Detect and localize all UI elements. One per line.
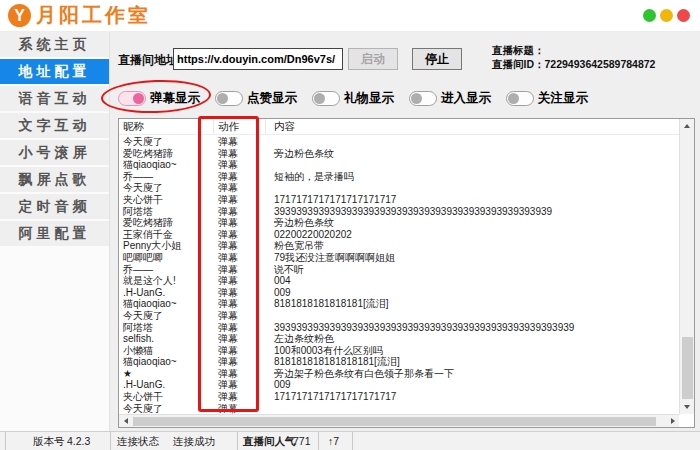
table-row[interactable]: 阿塔塔弹幕39393939393939393939393939393939393… xyxy=(119,206,679,218)
cell-nickname: 小懒猫 xyxy=(119,345,214,357)
table-row[interactable]: .H-UanG.弹幕009 xyxy=(119,379,679,391)
gift-display-toggle[interactable] xyxy=(312,91,340,106)
popularity-value: 771 xyxy=(293,435,311,447)
start-button[interactable]: 启动 xyxy=(348,48,398,70)
table-row[interactable]: 乔——弹幕说不听 xyxy=(119,264,679,276)
scroll-right-icon[interactable] xyxy=(666,415,679,427)
sidebar-item-ali[interactable]: 阿里配置 xyxy=(0,221,109,246)
room-id-value: 7229493642589784872 xyxy=(545,58,656,70)
cell-action: 弹幕 xyxy=(214,356,266,368)
sidebar-item-home[interactable]: 系统主页 xyxy=(0,32,109,57)
table-row[interactable]: 爱吃烤猪蹄弹幕旁边粉色条纹 xyxy=(119,148,679,160)
table-row[interactable]: 阿塔塔弹幕39393939393939393939393939393939393… xyxy=(119,322,679,334)
window-zoom-button[interactable] xyxy=(660,9,673,22)
cell-content: 3939393939393939393939393939393939393939… xyxy=(266,322,679,334)
vertical-scroll-thumb[interactable] xyxy=(682,337,693,399)
cell-content: 旁边粉色条纹 xyxy=(266,148,679,160)
cell-action: 弹幕 xyxy=(214,194,266,206)
live-info: 直播标题： 直播间ID：7229493642589784872 xyxy=(492,43,655,71)
popularity-delta: ↑7 xyxy=(328,435,339,447)
cell-content: 说不听 xyxy=(266,264,679,276)
table-row[interactable]: 今天廋了弹幕 xyxy=(119,136,679,148)
table-row[interactable]: 今天廋了弹幕 xyxy=(119,310,679,322)
status-bar: 版本号 4.2.3 连接状态 连接成功 直播间人气 771 ↑7 xyxy=(0,431,700,450)
cell-content: 1717171717171717171717 xyxy=(266,391,679,403)
stop-button[interactable]: 停止 xyxy=(412,48,462,70)
table-row[interactable]: 吧唧吧唧弹幕79我还没注意啊啊啊啊姐姐 xyxy=(119,252,679,264)
sidebar-item-audio[interactable]: 定时音频 xyxy=(0,194,109,219)
table-row[interactable]: 今天廋了弹幕 xyxy=(119,182,679,194)
table-row[interactable]: 夹心饼干弹幕1717171717171717171717 xyxy=(119,391,679,403)
horizontal-scrollbar[interactable] xyxy=(119,414,679,427)
cell-content: 009 xyxy=(266,379,679,391)
cell-content: 02200220020202 xyxy=(266,229,679,241)
window-minimize-button[interactable] xyxy=(643,9,656,22)
table-row[interactable]: Penny大小姐弹幕粉色宽吊带 xyxy=(119,240,679,252)
cell-content: 79我还没注意啊啊啊啊姐姐 xyxy=(266,252,679,264)
room-url-input[interactable] xyxy=(173,48,343,70)
sidebar-item-scroll[interactable]: 小号滚屏 xyxy=(0,140,109,165)
cell-nickname: ★ xyxy=(119,368,214,380)
table-row[interactable]: 小懒猫弹幕100和0003有什么区别吗 xyxy=(119,345,679,357)
toggle-label: 礼物显示 xyxy=(344,90,394,107)
toggle-group-gift: 礼物显示 xyxy=(312,89,409,107)
table-row[interactable]: selfish.弹幕左边条纹粉色 xyxy=(119,333,679,345)
cell-content: 左边条纹粉色 xyxy=(266,333,679,345)
app-title: 月阳工作室 xyxy=(36,2,151,29)
table-row[interactable]: 王家俏千金弹幕02200220020202 xyxy=(119,229,679,241)
enter-display-toggle[interactable] xyxy=(409,91,437,106)
toggle-group-enter: 进入显示 xyxy=(409,89,506,107)
scroll-up-icon[interactable] xyxy=(680,119,694,133)
cell-action: 弹幕 xyxy=(214,264,266,276)
cell-nickname: 今天廋了 xyxy=(119,310,214,322)
follow-display-toggle[interactable] xyxy=(506,91,534,106)
sidebar-item-voice[interactable]: 语音互动 xyxy=(0,86,109,111)
sidebar-item-song[interactable]: 飘屏点歌 xyxy=(0,167,109,192)
connection-value: 连接成功 xyxy=(173,435,215,449)
cell-nickname: 今天廋了 xyxy=(119,182,214,194)
table-row[interactable]: 乔——弹幕短袖的，是录播吗 xyxy=(119,171,679,183)
table-row[interactable]: 就是这个人!弹幕004 xyxy=(119,275,679,287)
cell-nickname: 阿塔塔 xyxy=(119,206,214,218)
table-row[interactable]: ★弹幕旁边架子粉色条纹有白色领子那条看一下 xyxy=(119,368,679,380)
cell-content: 004 xyxy=(266,275,679,287)
cell-nickname: .H-UanG. xyxy=(119,287,214,299)
column-header-content[interactable]: 内容 xyxy=(266,119,679,134)
cell-action: 弹幕 xyxy=(214,159,266,171)
table-row[interactable]: 猫qiaoqiao~弹幕818181818181818181[流泪] xyxy=(119,356,679,368)
table-row[interactable]: 猫qiaoqiao~弹幕8181818181818181[流泪] xyxy=(119,298,679,310)
sidebar-item-address[interactable]: 地址配置 xyxy=(0,59,109,84)
window-controls xyxy=(643,9,690,22)
danmu-display-toggle[interactable] xyxy=(118,91,146,106)
scroll-down-icon[interactable] xyxy=(680,400,694,414)
cell-action: 弹幕 xyxy=(214,217,266,229)
column-header-action[interactable]: 动作 xyxy=(214,119,266,134)
toggle-knob xyxy=(508,93,519,104)
cell-action: 弹幕 xyxy=(214,379,266,391)
cell-nickname: 夹心饼干 xyxy=(119,194,214,206)
table-row[interactable]: .H-UanG.弹幕009 xyxy=(119,287,679,299)
toggle-group-follow: 关注显示 xyxy=(506,89,603,107)
column-header-nickname[interactable]: 昵称 xyxy=(119,119,214,134)
scroll-left-icon[interactable] xyxy=(119,415,132,427)
connection-label: 连接状态 xyxy=(117,435,159,449)
vertical-scrollbar[interactable] xyxy=(679,119,694,414)
horizontal-scroll-thumb[interactable] xyxy=(133,417,656,426)
table-row[interactable]: 爱吃烤猪蹄弹幕旁边粉色条纹 xyxy=(119,217,679,229)
table-row[interactable]: 夹心饼干弹幕1717171717171717171717 xyxy=(119,194,679,206)
cell-nickname: selfish. xyxy=(119,333,214,345)
table-row[interactable]: 今天廋了弹幕 xyxy=(119,403,679,414)
toggle-group-danmu: 弹幕显示 xyxy=(118,89,215,107)
sidebar-item-text[interactable]: 文字互动 xyxy=(0,113,109,138)
titlebar: Y 月阳工作室 xyxy=(0,0,700,32)
cell-action: 弹幕 xyxy=(214,240,266,252)
sidebar: 系统主页地址配置语音互动文字互动小号滚屏飘屏点歌定时音频阿里配置 xyxy=(0,32,110,450)
cell-nickname: 夹心饼干 xyxy=(119,391,214,403)
version-value: 4.2.3 xyxy=(67,435,90,447)
cell-nickname: 爱吃烤猪蹄 xyxy=(119,148,214,160)
window-close-button[interactable] xyxy=(677,9,690,22)
version-label: 版本号 xyxy=(33,435,65,449)
cell-nickname: 吧唧吧唧 xyxy=(119,252,214,264)
table-row[interactable]: 猫qiaoqiao~弹幕 xyxy=(119,159,679,171)
like-display-toggle[interactable] xyxy=(215,91,243,106)
